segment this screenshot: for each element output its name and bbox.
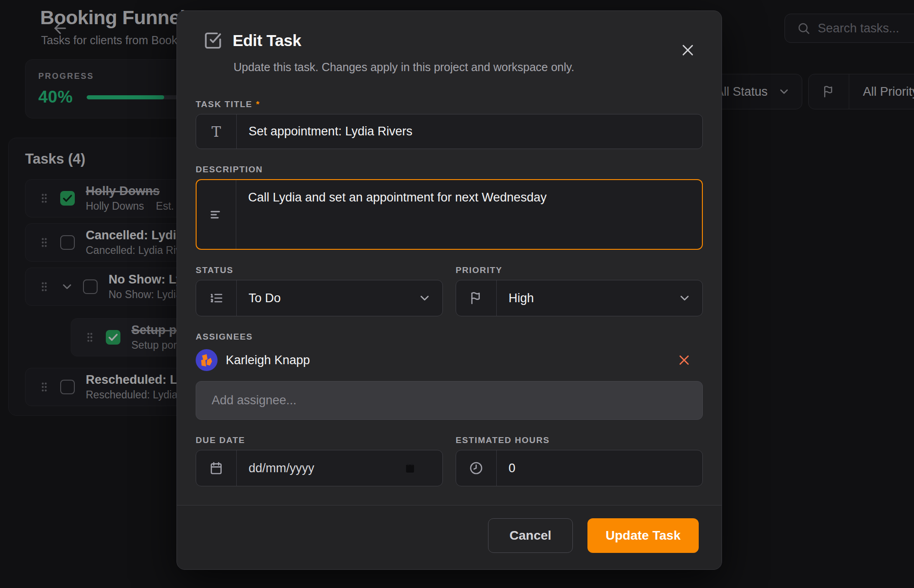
assignees-label: ASSIGNEES <box>196 332 703 342</box>
status-label: STATUS <box>196 265 443 275</box>
add-assignee-input[interactable] <box>196 393 702 407</box>
priority-select[interactable]: High <box>497 280 702 316</box>
date-picker-indicator-icon[interactable] <box>404 462 416 474</box>
flag-icon <box>456 280 497 316</box>
avatar <box>196 349 218 371</box>
priority-fieldbox: High <box>456 280 703 316</box>
description-fieldbox: Call Lydia and set an appointment for ne… <box>196 179 703 250</box>
update-task-button[interactable]: Update Task <box>587 518 699 553</box>
close-button[interactable] <box>677 39 699 61</box>
chevron-down-icon <box>678 291 691 305</box>
close-icon <box>680 42 696 58</box>
task-title-label: TASK TITLE* <box>196 99 703 109</box>
due-date-fieldbox <box>196 450 443 486</box>
assignee-name: Karleigh Knapp <box>226 353 310 367</box>
align-left-icon <box>197 180 236 249</box>
chevron-down-icon <box>418 291 431 305</box>
edit-task-modal: Edit Task Update this task. Changes appl… <box>177 10 722 570</box>
status-select[interactable]: To Do <box>237 280 442 316</box>
modal-title: Edit Task <box>233 31 301 50</box>
required-asterisk: * <box>256 99 260 109</box>
remove-assignee-button[interactable] <box>677 353 691 367</box>
task-title-input[interactable] <box>237 114 702 149</box>
status-fieldbox: To Do <box>196 280 443 316</box>
text-title-icon: T <box>196 114 237 149</box>
assignee-chip: Karleigh Knapp <box>196 348 703 372</box>
estimated-hours-label: ESTIMATED HOURS <box>456 435 703 445</box>
task-title-fieldbox: T <box>196 114 703 149</box>
cancel-button[interactable]: Cancel <box>488 518 573 553</box>
estimated-hours-input[interactable] <box>497 450 702 486</box>
priority-value: High <box>509 291 534 305</box>
due-date-label: DUE DATE <box>196 435 443 445</box>
description-textarea[interactable]: Call Lydia and set an appointment for ne… <box>236 180 702 249</box>
description-label: DESCRIPTION <box>196 165 703 175</box>
status-value: To Do <box>249 291 281 305</box>
add-assignee-fieldbox <box>196 381 703 420</box>
check-square-icon <box>203 31 223 50</box>
modal-subtitle: Update this task. Changes apply in this … <box>234 61 696 74</box>
modal-footer: Cancel Update Task <box>177 505 722 569</box>
clock-icon <box>456 450 497 486</box>
ordered-list-icon <box>196 280 237 316</box>
estimated-hours-fieldbox <box>456 450 703 486</box>
priority-label: PRIORITY <box>456 265 703 275</box>
calendar-icon <box>196 450 237 486</box>
